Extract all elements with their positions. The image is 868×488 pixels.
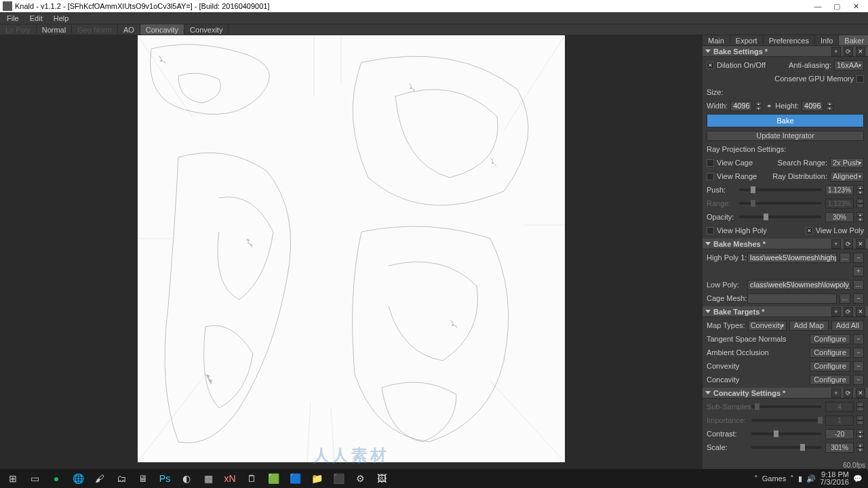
viewrange-checkbox[interactable] [707,173,714,180]
taskbar-app[interactable]: 🖌 [90,470,110,487]
taskbar-app[interactable]: 🗂 [111,470,132,487]
width-spinner[interactable]: ▴▾ [755,101,762,110]
taskbar-app[interactable]: 🗒 [241,470,262,487]
viewhigh-checkbox[interactable] [707,227,714,235]
tray-clock[interactable]: 9:18 PM 7/3/2016 [820,471,849,486]
configure-button[interactable]: Configure [810,348,850,358]
contrast-slider[interactable] [751,432,821,435]
section-bake-settings-header[interactable]: Bake Settings * + ⟳ ✕ [703,46,868,57]
width-input[interactable]: 4096 [730,101,752,111]
section-close-button[interactable]: ✕ [856,388,865,398]
section-reset-button[interactable]: ⟳ [844,388,853,398]
push-slider[interactable] [739,188,821,191]
taskbar-app[interactable]: 🖥 [133,470,153,487]
tray-label[interactable]: Games [762,474,786,483]
section-close-button[interactable]: ✕ [856,307,865,317]
tab-ao[interactable]: AO [118,24,140,35]
taskbar-app[interactable]: 📁 [307,470,327,487]
taskbar-app[interactable]: 🖼 [372,470,392,487]
section-reset-button[interactable]: ⟳ [844,47,853,56]
addall-button[interactable]: Add All [831,321,864,331]
scale-spinner[interactable]: ▴▾ [856,443,864,452]
lowpoly-browse-button[interactable]: … [853,280,864,290]
taskbar-app[interactable]: ⬛ [328,470,349,487]
section-reset-button[interactable]: ⟳ [844,307,853,317]
push-value[interactable]: 1.123% [825,185,854,195]
tray-expand-icon[interactable]: ˄ [754,474,758,483]
scale-slider[interactable] [751,446,821,449]
tab-convexity[interactable]: Convexity [184,24,229,35]
section-bake-targets-header[interactable]: Bake Targets * + ⟳ ✕ [703,306,868,317]
side-tab-info[interactable]: Info [815,35,839,45]
cagemesh-remove-button[interactable]: − [853,293,864,304]
section-bake-meshes-header[interactable]: Bake Meshes * + ⟳ ✕ [703,239,868,249]
bake-button[interactable]: Bake [707,114,864,127]
side-tab-preferences[interactable]: Preferences [764,35,815,45]
highpoly-browse-button[interactable]: … [840,253,850,263]
viewlow-checkbox[interactable] [806,227,813,235]
target-remove-button[interactable]: − [853,334,864,344]
side-tab-baker[interactable]: Baker [839,35,868,45]
raydist-dropdown[interactable]: Aligned [830,171,864,182]
taskbar-app[interactable]: 🟦 [285,470,305,487]
dilation-checkbox[interactable] [707,62,714,69]
side-tab-main[interactable]: Main [703,35,730,45]
opacity-spinner[interactable]: ▴▾ [856,212,864,222]
contrast-spinner[interactable]: ▴▾ [856,429,864,439]
taskbar-app[interactable]: Ps [155,470,175,487]
menu-file[interactable]: File [3,14,23,22]
add-highpoly-button[interactable]: + [853,266,864,277]
section-add-button[interactable]: + [831,307,841,317]
tray-icon[interactable]: 🔊 [806,474,816,483]
contrast-value[interactable]: -20 [825,429,854,439]
gpu-checkbox[interactable] [856,75,864,83]
link-icon[interactable]: ⚭ [765,102,772,110]
target-remove-button[interactable]: − [853,361,864,371]
highpoly-input[interactable]: lass\week5\lowmesh\highpoly_mesh.obj [747,253,837,263]
search-range-dropdown[interactable]: 2x Push [830,158,864,168]
target-remove-button[interactable]: − [853,348,864,358]
section-close-button[interactable]: ✕ [856,47,865,56]
configure-button[interactable]: Configure [810,334,850,344]
taskbar-app[interactable]: ◐ [176,470,197,487]
cagemesh-browse-button[interactable]: … [840,293,850,304]
opacity-value[interactable]: 30% [825,212,854,222]
configure-button[interactable]: Configure [810,361,850,371]
maptypes-dropdown[interactable]: Convexity [748,321,787,331]
menu-help[interactable]: Help [50,14,73,22]
tab-geonorm[interactable]: Geo Norm [72,24,118,35]
highpoly-remove-button[interactable]: − [853,253,864,263]
section-add-button[interactable]: + [831,47,841,56]
update-integrator-button[interactable]: Update Integrator [707,131,864,141]
aa-dropdown[interactable]: 16xAA [834,60,864,70]
start-button[interactable]: ⊞ [3,470,23,487]
opacity-slider[interactable] [739,216,821,218]
addmap-button[interactable]: Add Map [789,321,829,331]
taskbar-app[interactable]: ● [46,470,66,487]
minimize-button[interactable]: — [808,1,827,12]
taskbar-app[interactable]: ⚙ [350,470,370,487]
scale-value[interactable]: 301% [825,443,854,453]
height-input[interactable]: 4096 [802,101,823,111]
tab-lopoly[interactable]: Lo Poly [0,24,37,35]
section-close-button[interactable]: ✕ [856,239,865,249]
push-spinner[interactable]: ▴▾ [856,185,864,195]
side-tab-export[interactable]: Export [730,35,764,45]
notifications-icon[interactable]: 💬 [853,474,863,483]
section-reset-button[interactable]: ⟳ [844,239,853,249]
taskbar-app[interactable]: xN [220,470,240,487]
height-spinner[interactable]: ▴▾ [826,101,833,110]
taskbar-app[interactable]: ▦ [198,470,218,487]
lowpoly-input[interactable]: class\week5\lowmesh\lowpoly_mesh.obj [747,280,850,290]
close-button[interactable]: ✕ [846,1,865,12]
tab-concavity[interactable]: Concavity [140,24,184,35]
tray-expand-icon[interactable]: ˄ [790,474,794,483]
taskbar-app[interactable]: 🟩 [263,470,283,487]
target-remove-button[interactable]: − [853,375,864,385]
maximize-button[interactable]: ▢ [827,1,846,12]
system-tray[interactable]: ˄ Games ˄ ▮ 🔊 9:18 PM 7/3/2016 💬 [754,471,865,486]
section-add-button[interactable]: + [831,388,841,398]
section-add-button[interactable]: + [831,239,841,249]
configure-button[interactable]: Configure [810,375,850,385]
viewcage-checkbox[interactable] [707,159,714,167]
